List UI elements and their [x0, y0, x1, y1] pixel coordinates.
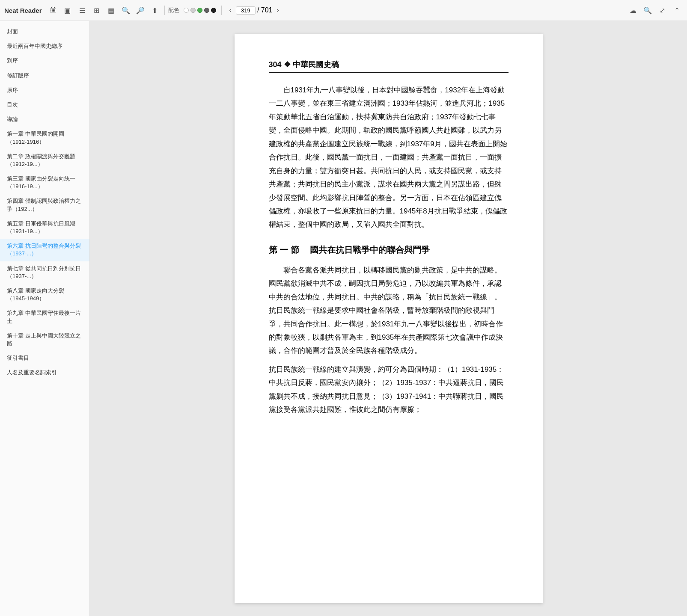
page-slash: / 701 [257, 6, 273, 14]
sidebar-item-ch4[interactable]: 第四章 體制認同與政治權力之爭（192...） [0, 194, 89, 216]
sidebar-item-intro[interactable]: 導論 [0, 112, 89, 127]
sidebar-item-ch7[interactable]: 第七章 從共同抗日到分別抗日（1937-...） [0, 261, 89, 284]
color-green[interactable] [197, 8, 202, 13]
sidebar: 封面最近兩百年中國史總序到序修訂版序原序目次導論第一章 中華民國的開國（1912… [0, 21, 90, 616]
library-icon[interactable]: 🏛 [47, 4, 59, 16]
sidebar-item-ch8[interactable]: 第八章 國家走向大分裂（1945-1949） [0, 284, 89, 306]
color-lightgray[interactable] [190, 8, 196, 13]
separator1 [164, 6, 165, 15]
body-paragraph-1: 自1931年九一八事變以後，日本對中國鯨吞蠶食，1932年在上海發動一二八事變，… [269, 83, 509, 231]
sidebar-item-ch5[interactable]: 第五章 日軍侵華與抗日風潮（1931-19...） [0, 216, 89, 239]
color-dots [184, 8, 216, 13]
menu-icon[interactable]: ☰ [76, 4, 88, 16]
toolbar: Neat Reader 🏛 ▣ ☰ ⊞ ▤ 🔍 🔎 ⬆ 配色 ‹ / 701 ›… [0, 0, 687, 21]
sidebar-item-ch3[interactable]: 第三章 國家由分裂走向統一（1916-19...） [0, 172, 89, 194]
sidebar-item-revised[interactable]: 修訂版序 [0, 68, 89, 83]
bookmark-icon[interactable]: ⬆ [149, 4, 161, 16]
sidebar-item-cover[interactable]: 封面 [0, 24, 89, 39]
page-container: 304 ❖ 中華民國史稿 自1931年九一八事變以後，日本對中國鯨吞蠶食，193… [235, 34, 543, 603]
content-area: 304 ❖ 中華民國史稿 自1931年九一八事變以後，日本對中國鯨吞蠶食，193… [90, 21, 687, 616]
view-icon[interactable]: ▣ [62, 4, 74, 16]
color-white[interactable] [184, 8, 189, 13]
toolbar-right: ☁ 🔍 ⤢ ⌃ [627, 4, 683, 16]
cloud-icon[interactable]: ☁ [627, 4, 639, 16]
page-navigation: ‹ / 701 › [227, 6, 282, 15]
prev-page-button[interactable]: ‹ [227, 6, 234, 15]
next-page-button[interactable]: › [274, 6, 281, 15]
page-header-line [269, 72, 509, 73]
search2-icon[interactable]: 🔎 [134, 4, 146, 16]
body-paragraph-3: 抗日民族統一戰線的建立與演變，約可分為四個時期：（1）1931-1935：中共抗… [269, 363, 509, 417]
sidebar-item-index2[interactable]: 人名及重要名詞索引 [0, 365, 89, 380]
sidebar-item-ch2[interactable]: 第二章 政權關渡與外交難題（1912-19...） [0, 149, 89, 172]
sidebar-item-ch1[interactable]: 第一章 中華民國的開國（1912-1916） [0, 127, 89, 149]
sidebar-item-ch9[interactable]: 第九章 中華民國守住最後一片土 [0, 306, 89, 328]
sidebar-item-ch10[interactable]: 第十章 走上與中國大陸競立之路 [0, 329, 89, 351]
page-input-wrap [236, 6, 256, 15]
sidebar-item-index1[interactable]: 征引書目 [0, 351, 89, 365]
list-icon[interactable]: ▤ [105, 4, 117, 16]
app-title: Neat Reader [4, 7, 42, 14]
expand-icon[interactable]: ⤢ [656, 4, 668, 16]
separator2 [221, 6, 222, 15]
color-darkgray[interactable] [204, 8, 209, 13]
grid-icon[interactable]: ⊞ [91, 4, 103, 16]
search-icon[interactable]: 🔍 [120, 4, 132, 16]
sidebar-item-recent[interactable]: 最近兩百年中國史總序 [0, 39, 89, 53]
sidebar-item-ch6[interactable]: 第六章 抗日陣營的整合與分裂（1937-...） [0, 239, 89, 261]
section-title: 第 一 節 國共在抗日戰爭中的聯合與鬥爭 [269, 244, 509, 256]
search-right-icon[interactable]: 🔍 [642, 4, 654, 16]
color-black[interactable] [211, 8, 216, 13]
sidebar-item-original[interactable]: 原序 [0, 83, 89, 98]
color-label: 配色 [168, 6, 179, 14]
collapse-icon[interactable]: ⌃ [671, 4, 683, 16]
main-layout: 封面最近兩百年中國史總序到序修訂版序原序目次導論第一章 中華民國的開國（1912… [0, 21, 687, 616]
body-paragraph-2: 聯合各黨各派共同抗日，以轉移國民黨的剿共政策，是中共的謀略。國民黨欲消滅中共不成… [269, 264, 509, 358]
page-header: 304 ❖ 中華民國史稿 [269, 59, 509, 70]
sidebar-item-toc[interactable]: 目次 [0, 98, 89, 112]
page-input[interactable] [238, 7, 253, 14]
sidebar-item-preface[interactable]: 到序 [0, 53, 89, 68]
